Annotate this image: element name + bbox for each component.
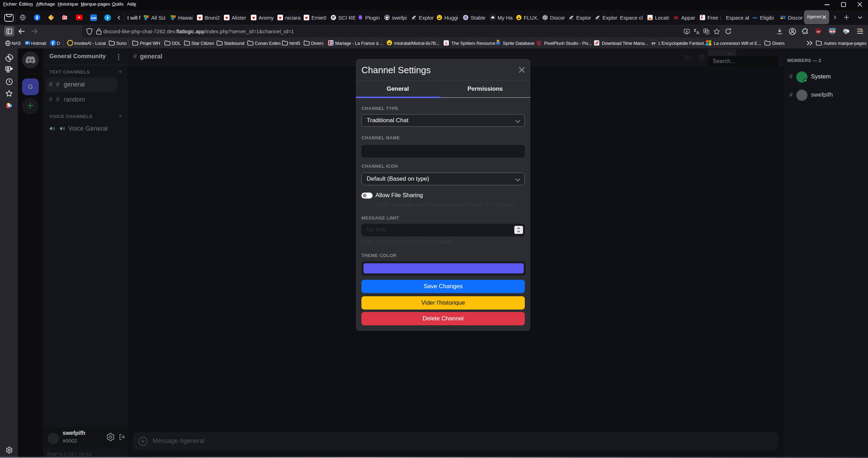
- svg-text:adn: adn: [753, 16, 757, 19]
- svg-text:S: S: [464, 15, 467, 20]
- svg-text:U0: U0: [817, 30, 820, 33]
- svg-text:P: P: [332, 15, 334, 20]
- svg-text:EF: EF: [652, 42, 656, 45]
- svg-text:DSM: DSM: [91, 16, 97, 20]
- svg-text:SL: SL: [674, 15, 679, 20]
- svg-text:S: S: [445, 41, 447, 46]
